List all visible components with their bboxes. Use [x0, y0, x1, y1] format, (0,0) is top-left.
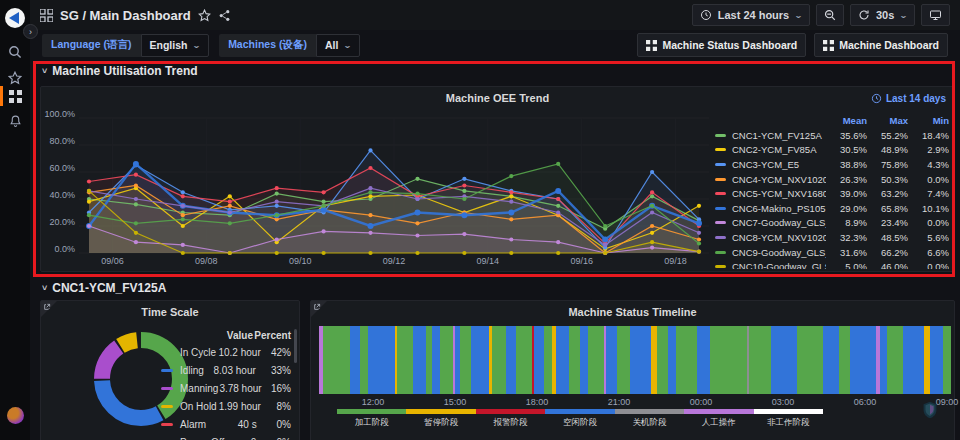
series-name[interactable]: CNC4-YCM_NXV1020A: [732, 174, 826, 185]
timeline-segment: [606, 326, 617, 394]
status-name[interactable]: Power Off: [180, 437, 224, 440]
timeline-legend: 加工阶段暂停阶段报警阶段空闲阶段关机阶段人工操作非工作阶段: [337, 409, 823, 429]
panel-title[interactable]: Machine OEE Trend: [41, 92, 954, 104]
chevron-down-icon: ⌄: [343, 41, 352, 50]
series-color-swatch: [715, 251, 726, 254]
refresh-group[interactable]: 30s ⌄: [850, 4, 915, 26]
row-title: Machine Utilisation Trend: [52, 64, 197, 78]
star-icon[interactable]: [0, 69, 30, 87]
row-cnc1[interactable]: ˅ CNC1-YCM_FV125A: [42, 281, 166, 295]
y-tick-label: 0.0%: [41, 244, 75, 254]
time-scale-legend-row: In Cycle10.2 hour42%: [161, 343, 291, 361]
series-stat: 65.8%: [867, 203, 908, 214]
percent-column-header: Percent: [253, 330, 291, 341]
time-scale-legend-row: Alarm40 s0%: [161, 415, 291, 433]
row-machine-utilisation-trend[interactable]: ˅ Machine Utilisation Trend: [42, 64, 198, 78]
status-value: 40 s: [206, 419, 257, 430]
panel-title[interactable]: Time Scale: [41, 306, 299, 318]
time-scale-legend-row: Idling8.03 hour33%: [161, 361, 291, 379]
timeline-segment: [397, 326, 413, 394]
series-stat: 30.5%: [826, 144, 867, 155]
series-name[interactable]: CNC5-YCM_NXV1680A: [732, 188, 826, 199]
series-stat: 35.6%: [826, 130, 867, 141]
bell-icon[interactable]: [0, 112, 30, 130]
series-name[interactable]: CNC3-YCM_E5: [732, 159, 826, 170]
status-color-swatch: [161, 405, 173, 408]
zoom-out-button[interactable]: [816, 4, 844, 26]
legend-header: Value Percent: [161, 327, 291, 343]
user-avatar[interactable]: [7, 407, 24, 424]
status-color-swatch: [161, 369, 173, 372]
status-percent: 8%: [261, 401, 291, 412]
chevron-down-icon: ⌄: [794, 11, 803, 20]
timeline-segment: [749, 326, 770, 394]
top-navbar: SG / Main Dashboard Last 24 hours ⌄ 30s …: [30, 0, 960, 30]
dashboard-grid-icon: [646, 40, 657, 51]
timeline-segment: [544, 326, 552, 394]
share-icon[interactable]: [218, 9, 231, 22]
timeline-segment: [797, 326, 823, 394]
search-icon[interactable]: [0, 43, 30, 61]
series-stat: 48.9%: [867, 144, 908, 155]
series-name[interactable]: CNC10-Goodway_GLS_2800: [732, 261, 826, 269]
series-color-swatch: [715, 207, 726, 210]
series-name[interactable]: CNC9-Goodway_GLS_2800Y: [732, 247, 826, 258]
x-tick-label: 09/14: [477, 256, 500, 266]
series-stat: 0.0%: [908, 174, 949, 185]
series-stat: 6.6%: [908, 247, 949, 258]
panel-time-override-badge: Last 14 days: [871, 93, 946, 104]
status-name[interactable]: Idling: [180, 365, 204, 376]
timeline-segment: [471, 326, 490, 394]
value-column-header: Value: [197, 330, 253, 341]
status-name[interactable]: Manning: [180, 383, 218, 394]
series-name[interactable]: CNC7-Goodway_GLS_2000L: [732, 217, 826, 228]
series-stat: 32.3%: [826, 232, 867, 243]
series-stat: 63.2%: [867, 188, 908, 199]
machine-dashboard-link[interactable]: Machine Dashboard: [814, 33, 948, 57]
refresh-interval-label: 30s: [876, 9, 894, 21]
series-color-swatch: [715, 134, 726, 137]
oee-legend: MeanMaxMinCNC1-YCM_FV125A35.6%55.2%18.4%…: [715, 113, 949, 269]
timeline-tick-label: 09:00: [936, 397, 959, 407]
series-name[interactable]: CNC6-Makino_PS105: [732, 203, 826, 214]
status-value: 3.78 hour: [218, 383, 261, 394]
favorite-star-icon[interactable]: [198, 9, 211, 22]
variable-language-label: Language (语言): [42, 34, 141, 57]
variable-language-value[interactable]: English⌄: [141, 34, 210, 57]
app-logo[interactable]: [5, 8, 25, 28]
machine-status-dashboard-link[interactable]: Machine Status Dashboard: [637, 33, 806, 57]
dashboards-icon[interactable]: [0, 87, 30, 105]
kiosk-mode-button[interactable]: [921, 4, 950, 26]
timeline-segment: [492, 326, 505, 394]
time-scale-legend-row: Power Off0 s0%: [161, 433, 291, 440]
clock-icon: [700, 9, 712, 21]
series-stat: 2.9%: [908, 144, 949, 155]
status-name[interactable]: Alarm: [180, 419, 206, 430]
timeline-segment: [413, 326, 426, 394]
variable-machines-value[interactable]: All⌄: [316, 34, 360, 57]
x-tick-label: 09/12: [383, 256, 406, 266]
series-stat: 7.4%: [908, 188, 949, 199]
series-name[interactable]: CNC8-YCM_NXV1020A: [732, 232, 826, 243]
series-stat: 29.0%: [826, 203, 867, 214]
panel-title[interactable]: Machine Status Timeline: [311, 306, 954, 318]
status-name[interactable]: In Cycle: [180, 347, 216, 358]
series-stat: 0.0%: [908, 261, 949, 269]
timeline-tick-label: 18:00: [526, 397, 549, 407]
sidebar: [0, 0, 30, 440]
legend-scrollbar[interactable]: [294, 329, 297, 363]
series-stat: 26.3%: [826, 174, 867, 185]
breadcrumb[interactable]: SG / Main Dashboard: [40, 8, 231, 23]
timeline-tick-label: 06:00: [854, 397, 877, 407]
series-name[interactable]: CNC2-YCM_FV85A: [732, 144, 826, 155]
y-tick-label: 80.0%: [41, 136, 75, 146]
series-stat: 38.8%: [826, 159, 867, 170]
legend-row: CNC9-Goodway_GLS_2800Y31.6%66.2%6.6%: [715, 245, 949, 260]
status-name[interactable]: On Hold: [180, 401, 217, 412]
series-name[interactable]: CNC1-YCM_FV125A: [732, 130, 826, 141]
dashboard-links: Machine Status Dashboard Machine Dashboa…: [637, 33, 948, 57]
sidebar-expand-button[interactable]: ›: [23, 24, 38, 39]
time-range-picker[interactable]: Last 24 hours ⌄: [692, 4, 810, 26]
timeline-segment: [880, 326, 888, 394]
status-percent: 0%: [257, 419, 291, 430]
